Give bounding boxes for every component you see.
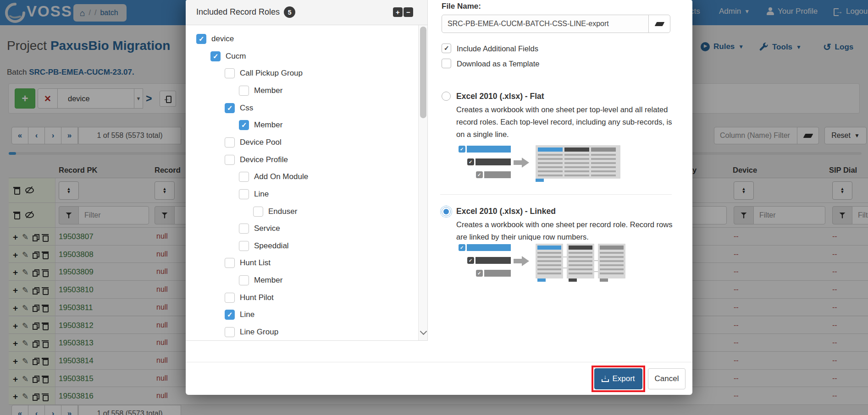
tree-item-label: Line xyxy=(240,310,254,319)
tree-item-cucm[interactable]: Cucm xyxy=(186,51,418,62)
expand-all-button[interactable]: + xyxy=(393,7,403,17)
checked-checkbox-icon[interactable] xyxy=(196,34,206,44)
tree-item-hunt-list[interactable]: Hunt List xyxy=(186,258,418,269)
unchecked-checkbox-icon[interactable] xyxy=(225,293,235,303)
collapse-all-button[interactable]: − xyxy=(404,7,413,17)
tree-item-service[interactable]: Service xyxy=(186,224,418,235)
linked-sheet-illustration xyxy=(598,244,625,278)
linked-sheet-illustration xyxy=(536,244,563,278)
sheet-tab xyxy=(600,278,608,282)
tree-item-label: Enduser xyxy=(268,207,297,216)
panel-divider xyxy=(427,0,428,340)
unchecked-checkbox-icon[interactable] xyxy=(225,155,235,165)
tree-item-label: Hunt Pilot xyxy=(240,293,274,302)
checked-checkbox-icon[interactable] xyxy=(225,103,235,113)
tree-item-label: Member xyxy=(254,86,282,95)
tree-item-label: Device Pool xyxy=(240,138,282,147)
tree-item-member[interactable]: Member xyxy=(186,86,418,97)
file-name-input[interactable] xyxy=(442,15,649,33)
illustration-bar xyxy=(484,270,511,277)
illustration-bar xyxy=(475,257,511,264)
tree-item-label: device xyxy=(211,34,234,44)
unchecked-checkbox-icon[interactable] xyxy=(225,258,235,268)
unchecked-checkbox-icon[interactable] xyxy=(239,189,249,199)
tree-item-device[interactable]: device xyxy=(186,34,418,45)
cancel-button[interactable]: Cancel xyxy=(648,368,686,389)
tree-item-label: Service xyxy=(254,224,280,233)
tree-item-label: Member xyxy=(254,276,282,285)
tree-item-label: Line Group xyxy=(240,328,278,337)
unchecked-checkbox-icon[interactable] xyxy=(225,68,235,78)
tree-item-label: Cucm xyxy=(226,52,246,61)
tree-item-enduser[interactable]: Enduser xyxy=(186,207,418,218)
tree-item-add-on-module[interactable]: Add On Module xyxy=(186,172,418,183)
panel-divider xyxy=(186,340,428,341)
sheet-tab xyxy=(569,278,577,282)
tree-item-label: Speeddial xyxy=(254,241,289,251)
export-button[interactable]: Export xyxy=(594,368,642,389)
unchecked-checkbox-icon[interactable] xyxy=(225,137,235,147)
format-flat-radio[interactable] xyxy=(442,92,451,101)
export-dialog: Included Record Roles 5 + − deviceCucmCa… xyxy=(186,0,692,395)
options-divider xyxy=(440,194,672,195)
tree-scrollbar[interactable] xyxy=(418,25,427,340)
checked-checkbox-icon xyxy=(476,270,483,277)
illustration-bar xyxy=(484,171,511,178)
format-linked-title: Excel 2010 (.xlsx) - Linked xyxy=(456,207,556,216)
sheet-tab xyxy=(536,179,544,182)
tree-item-device-profile[interactable]: Device Profile xyxy=(186,155,418,166)
tree-item-css[interactable]: Css xyxy=(186,103,418,114)
checked-checkbox-icon xyxy=(467,158,474,165)
tree-item-member[interactable]: Member xyxy=(186,275,418,286)
tree-item-line-group[interactable]: Line Group xyxy=(186,327,418,338)
tree-item-line[interactable]: Line xyxy=(186,310,418,321)
screen: VOSS ⌂ / / batch cts Admin▼ Your Profile… xyxy=(0,0,868,415)
tree-item-device-pool[interactable]: Device Pool xyxy=(186,137,418,148)
checked-checkbox-icon[interactable] xyxy=(239,120,249,130)
tree-item-call-pickup-group[interactable]: Call Pickup Group xyxy=(186,68,418,79)
checked-checkbox-icon[interactable] xyxy=(225,310,235,320)
illustration-bar xyxy=(467,244,511,251)
unchecked-checkbox-icon[interactable] xyxy=(239,241,249,251)
unchecked-checkbox-icon[interactable] xyxy=(239,224,249,234)
record-roles-tree: deviceCucmCall Pickup GroupMemberCssMemb… xyxy=(186,25,418,340)
include-additional-fields-label: Include Additional Fields xyxy=(457,44,538,53)
flat-workbook-illustration xyxy=(536,145,620,179)
format-flat-title: Excel 2010 (.xlsx) - Flat xyxy=(456,92,544,101)
checked-checkbox-icon xyxy=(459,146,465,153)
checked-checkbox-icon xyxy=(459,244,465,251)
format-linked-radio[interactable] xyxy=(442,207,451,216)
checked-checkbox-icon xyxy=(476,171,483,178)
tree-item-member[interactable]: Member xyxy=(186,120,418,131)
unchecked-checkbox-icon[interactable] xyxy=(253,207,263,217)
chevron-down-icon[interactable] xyxy=(420,328,427,335)
illustration-bar xyxy=(467,146,511,153)
tree-item-label: Member xyxy=(254,120,282,130)
download-as-template-checkbox[interactable] xyxy=(442,59,451,68)
arrow-right-icon xyxy=(514,256,531,266)
include-additional-fields-checkbox[interactable] xyxy=(442,44,451,53)
sheet-tab xyxy=(537,278,546,282)
tree-item-label: Line xyxy=(254,190,269,199)
record-roles-header: Included Record Roles 5 + − xyxy=(186,0,428,25)
file-name-label: File Name: xyxy=(442,2,481,11)
eraser-icon xyxy=(654,22,664,26)
footer-divider xyxy=(186,362,692,362)
unchecked-checkbox-icon[interactable] xyxy=(239,172,249,182)
tree-item-speeddial[interactable]: Speeddial xyxy=(186,241,418,252)
tree-item-line[interactable]: Line xyxy=(186,189,418,200)
linked-sheet-illustration xyxy=(567,244,594,278)
tree-item-label: Add On Module xyxy=(254,172,308,181)
format-linked-description: Creates a workbook with one sheet per re… xyxy=(456,218,681,243)
scrollbar-thumb[interactable] xyxy=(420,27,426,118)
count-badge: 5 xyxy=(284,6,295,18)
tree-item-label: Device Profile xyxy=(240,155,288,164)
clear-file-name-button[interactable] xyxy=(648,15,670,33)
unchecked-checkbox-icon[interactable] xyxy=(239,86,249,96)
tree-item-hunt-pilot[interactable]: Hunt Pilot xyxy=(186,293,418,304)
unchecked-checkbox-icon[interactable] xyxy=(225,327,235,337)
unchecked-checkbox-icon[interactable] xyxy=(239,275,249,285)
checked-checkbox-icon[interactable] xyxy=(210,51,221,61)
tree-item-label: Call Pickup Group xyxy=(240,69,303,78)
record-roles-title: Included Record Roles 5 xyxy=(196,6,295,18)
